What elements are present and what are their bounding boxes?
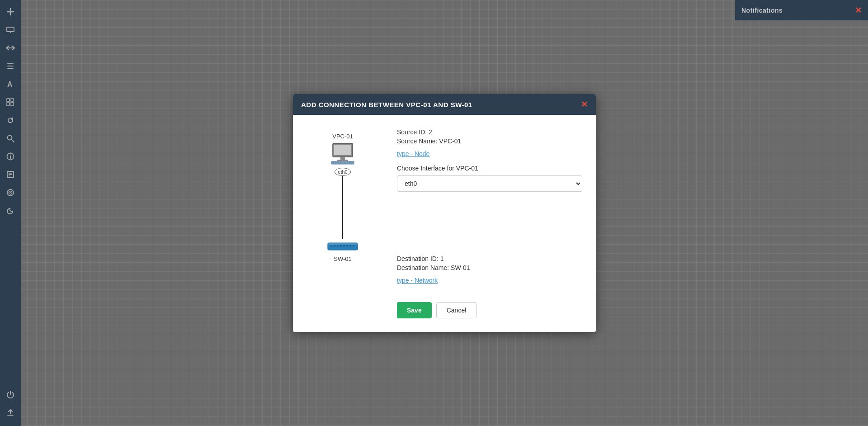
svg-rect-11 [11, 99, 14, 101]
sidebar-item-moon[interactable] [2, 203, 19, 219]
sidebar-item-info[interactable] [2, 148, 19, 165]
svg-rect-48 [353, 245, 354, 246]
svg-point-18 [10, 155, 11, 156]
svg-rect-47 [349, 245, 351, 246]
svg-rect-29 [337, 160, 348, 161]
action-buttons: Save Cancel [397, 302, 582, 318]
svg-text:A: A [7, 80, 13, 88]
dest-node-label: SW-01 [334, 256, 352, 262]
svg-point-25 [10, 192, 11, 193]
dialog-close-button[interactable]: ✕ [581, 100, 588, 109]
dest-id-label: Destination ID: 1 [397, 255, 582, 262]
dest-node-wrapper: SW-01 [327, 239, 359, 262]
sidebar-item-add[interactable] [2, 4, 19, 20]
sidebar-item-power[interactable] [2, 386, 19, 402]
svg-rect-46 [346, 245, 348, 246]
notifications-title: Notifications [741, 7, 783, 14]
sidebar-item-text[interactable]: A [2, 76, 19, 92]
svg-rect-12 [7, 103, 9, 105]
svg-rect-42 [334, 245, 335, 246]
computer-icon [329, 142, 356, 165]
dest-section: Destination ID: 1 Destination Name: SW-0… [397, 237, 582, 318]
source-node-wrapper: VPC-01 [329, 133, 356, 176]
dialog-body: VPC-01 [293, 115, 596, 332]
source-name-label: Source Name: VPC-01 [397, 137, 582, 145]
eth-badge: eth0 [335, 168, 350, 176]
dest-type-link[interactable]: type - Network [397, 277, 438, 284]
svg-rect-49 [328, 243, 358, 245]
notifications-panel: Notifications ✕ [735, 0, 868, 20]
connection-line [342, 176, 343, 239]
svg-rect-45 [343, 245, 345, 246]
svg-rect-2 [7, 27, 14, 32]
sidebar: A [0, 0, 21, 426]
svg-rect-43 [337, 245, 339, 246]
svg-rect-13 [11, 103, 14, 105]
dialog-overlay: ADD CONNECTION BETWEEN VPC-01 AND SW-01 … [21, 0, 868, 426]
svg-rect-41 [330, 245, 332, 246]
sidebar-item-target[interactable] [2, 185, 19, 201]
svg-rect-44 [340, 245, 342, 246]
dialog-title: ADD CONNECTION BETWEEN VPC-01 AND SW-01 [301, 101, 472, 109]
sidebar-item-zoom[interactable] [2, 130, 19, 147]
sidebar-item-device[interactable] [2, 22, 19, 38]
svg-rect-28 [340, 157, 345, 160]
dialog-header: ADD CONNECTION BETWEEN VPC-01 AND SW-01 … [293, 94, 596, 115]
sidebar-item-connection[interactable] [2, 40, 19, 56]
sidebar-item-export[interactable] [2, 404, 19, 421]
interface-label: Choose Interface for VPC-01 [397, 165, 582, 172]
source-type-link[interactable]: type - Node [397, 150, 429, 157]
sidebar-item-list[interactable] [2, 58, 19, 74]
add-connection-dialog: ADD CONNECTION BETWEEN VPC-01 AND SW-01 … [293, 94, 596, 332]
topology-panel: VPC-01 [307, 128, 379, 318]
svg-rect-27 [334, 145, 351, 155]
source-section: Source ID: 2 Source Name: VPC-01 type - … [397, 128, 582, 192]
form-panel: Source ID: 2 Source Name: VPC-01 type - … [397, 128, 582, 318]
source-id-label: Source ID: 2 [397, 128, 582, 136]
svg-line-15 [12, 140, 14, 142]
sidebar-item-grid[interactable] [2, 94, 19, 110]
dest-name-label: Destination Name: SW-01 [397, 264, 582, 271]
source-node-label: VPC-01 [332, 133, 353, 140]
cancel-button[interactable]: Cancel [436, 302, 477, 318]
sidebar-item-notes[interactable] [2, 166, 19, 183]
svg-rect-10 [7, 99, 9, 101]
interface-select[interactable]: eth0 eth1 eth2 [397, 175, 582, 192]
save-button[interactable]: Save [397, 302, 432, 318]
notifications-close-button[interactable]: ✕ [855, 5, 862, 15]
switch-icon [327, 239, 359, 253]
sidebar-item-refresh[interactable] [2, 112, 19, 128]
